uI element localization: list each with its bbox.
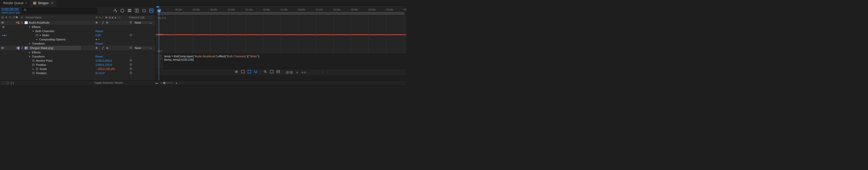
lock-column-icon[interactable] [12,16,16,20]
property-row[interactable]: ▾Both Channels Reset [0,29,155,33]
graph-editor-icon[interactable] [149,8,154,13]
work-area-bar[interactable] [158,12,404,15]
position-value[interactable]: 1280,0,720,0 [95,63,112,66]
remove-icon[interactable]: − [98,37,100,41]
twirl-down-icon[interactable]: ▾ [32,30,34,32]
search-box[interactable] [22,8,97,13]
rotation-value[interactable]: 0x+0,0° [95,72,105,75]
stopwatch-icon[interactable] [32,71,35,75]
fit-all-icon[interactable] [276,70,280,74]
graph-options-icon[interactable] [241,70,245,74]
property-row[interactable]: ▸Scale ⬫ 100,0,100,0% [0,67,155,71]
color-label[interactable] [18,21,20,24]
easy-ease-out-icon[interactable]: ⌇ [326,70,328,74]
expression-lang-icon[interactable]: ▾ [40,34,41,36]
pickwhip-icon[interactable] [129,33,133,37]
tab-render-queue[interactable]: Render Queue × [0,0,30,6]
reset-link[interactable]: Reset [95,30,103,33]
twirl-right-icon[interactable]: ▸ [28,42,31,45]
column-source-name[interactable]: Source Name [25,16,94,19]
slider-value[interactable]: 0,00 [95,34,101,37]
separate-dims-icon[interactable]: ⬤⬤ [285,70,293,74]
easy-ease-in-icon[interactable]: ⌇ [322,70,323,74]
visibility-toggle[interactable] [1,47,4,50]
video-column-icon[interactable] [1,16,4,20]
zoom-in-icon[interactable]: ▲ [175,81,178,84]
expression-editor[interactable]: 1 2 temp = thisComp.layer("Audio Amplitu… [155,54,406,69]
playhead[interactable] [158,10,161,15]
scale-value[interactable]: 100,0,100,0% [97,67,115,70]
constrain-icon[interactable]: ⬫ [95,68,97,70]
reset-link[interactable]: Reset [95,42,103,45]
pickwhip-icon[interactable] [129,63,133,67]
property-row[interactable]: Rotation 0x+0,0° [0,71,155,75]
twirl-down-icon[interactable]: ▾ [16,47,18,49]
visibility-toggle[interactable] [1,21,4,24]
fx-switch[interactable]: fx [105,21,109,24]
solo-column-icon[interactable] [9,16,12,20]
anchor-value[interactable]: 1280,0,800,0 [95,59,112,62]
close-icon[interactable]: × [25,1,27,5]
reset-link[interactable]: Reset [95,55,103,58]
zoom-slider[interactable] [160,83,173,83]
property-row[interactable]: fx ▾Effects [0,25,155,29]
add-icon[interactable]: + [95,37,97,41]
snap-icon[interactable] [254,70,258,74]
fx-switch[interactable]: fx [105,47,109,50]
keyframe-diamond-icon[interactable]: ◆ [3,34,5,36]
composition-flowchart-icon[interactable] [113,8,117,13]
pickwhip-icon[interactable] [129,59,133,63]
twirl-right-icon[interactable]: ▸ [35,38,38,41]
panel-menu-icon[interactable]: ≡ [51,1,53,5]
shy-icon[interactable] [127,8,132,13]
label-column-icon[interactable] [16,16,18,19]
expression-code[interactable]: temp = thisComp.layer("Audio Amplitude")… [163,54,406,69]
pickwhip-icon[interactable] [129,46,133,50]
zoom-out-icon[interactable]: ▬ [155,81,158,84]
keyframe-velocity-icon[interactable]: ⟋ [309,70,312,74]
property-row[interactable]: Anchor Point 1280,0,800,0 [0,59,155,63]
column-number[interactable]: # [20,16,25,19]
switch-cell[interactable]: ✲ [95,47,98,50]
audio-column-icon[interactable] [5,16,8,20]
twirl-right-icon[interactable]: ▸ [28,51,31,54]
column-parent[interactable]: Parent & Link [128,16,155,19]
pickwhip-icon[interactable] [129,67,133,71]
stopwatch-icon[interactable] [32,63,35,66]
property-row[interactable]: ◂◆▸ ▾Slider 0,00 [0,33,155,37]
next-keyframe-icon[interactable]: ▸ [6,34,7,36]
motion-blur-icon[interactable] [142,8,146,13]
layer-name[interactable]: Shogun Mask.png [29,46,81,50]
brackets-icon[interactable]: { } [11,81,14,85]
time-ruler[interactable]: 00s00:15s00:30s00:45s01:00s01:15s01:30s0… [155,6,406,15]
pickwhip-icon[interactable] [129,71,133,75]
layer-row[interactable]: ▾ 2 Shogun Mask.png ✲ ╱ fx None⌵ [0,46,155,50]
show-props-icon[interactable] [235,70,238,74]
switch-cell[interactable]: ✲ [95,21,98,24]
parent-dropdown[interactable]: None⌵ [133,46,153,50]
switch-cell[interactable]: ╱ [102,21,105,24]
show-transform-box-icon[interactable] [247,70,251,74]
easy-ease-icon[interactable]: ⌇ [318,70,319,74]
graph-editor[interactable]: 101,0 % 100,0 99,0 [155,15,406,54]
work-area-start[interactable] [156,6,159,7]
twirl-down-icon[interactable]: ▾ [16,21,18,24]
pickwhip-icon[interactable] [129,21,133,25]
frame-blend-icon[interactable] [134,8,139,13]
render-toggle-icon[interactable]: ⬚ [2,81,5,85]
property-row[interactable]: ▸Transform Reset [0,41,155,46]
color-label[interactable] [18,47,20,50]
property-row[interactable]: ▸Effects [0,50,155,54]
edit-keyframe-icon[interactable]: ◆ [296,70,299,74]
property-row[interactable]: Position 1280,0,720,0 [0,63,155,67]
twirl-right-icon[interactable]: ▸ [32,68,34,70]
fit-selection-icon[interactable] [270,70,274,74]
search-input[interactable] [29,9,97,12]
twirl-down-icon[interactable]: ▾ [28,26,31,28]
property-row[interactable]: ▾Transform Reset [0,54,155,59]
parent-dropdown[interactable]: None⌵ [133,21,153,25]
keyframe-interp-icon[interactable]: ◆◆ [301,70,306,74]
tab-composition[interactable]: Shogun ≡ [30,0,56,6]
draft3d-icon[interactable] [120,8,125,13]
stopwatch-icon[interactable] [32,59,35,62]
